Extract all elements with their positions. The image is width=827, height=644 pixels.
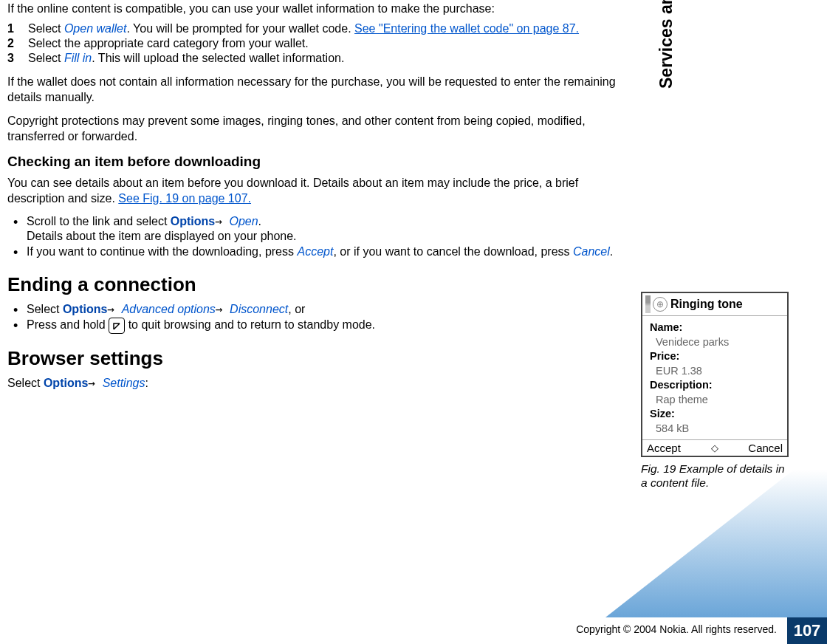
checking-intro-text: You can see details about an item before… — [7, 177, 578, 205]
phone-titlebar: ⊕ Ringing tone — [642, 293, 787, 316]
wallet-code-link[interactable]: See "Entering the wallet code" on page 8… — [354, 22, 579, 35]
eb2-before: Press and hold — [27, 318, 109, 331]
intro-text: If the online content is compatible, you… — [7, 1, 635, 17]
side-tab-wrapper: Services and Applications — [796, 0, 827, 644]
step-number: 1 — [7, 21, 14, 36]
cancel-softkey[interactable]: Cancel — [748, 442, 783, 454]
cb1-after: . — [258, 215, 261, 227]
arrow-icon: → — [107, 302, 121, 316]
step1-before: Select — [28, 22, 64, 35]
accept-softkey[interactable]: Accept — [647, 442, 681, 454]
step-number: 3 — [7, 51, 14, 66]
phone-screenshot: ⊕ Ringing tone Name: Venidece parks Pric… — [641, 292, 789, 457]
cb1-before: Scroll to the link and select — [27, 215, 171, 227]
checking-heading: Checking an item before downloading — [7, 154, 635, 170]
figure-19: ⊕ Ringing tone Name: Venidece parks Pric… — [641, 292, 792, 490]
globe-icon: ⊕ — [653, 297, 668, 312]
size-value: 584 kB — [650, 422, 783, 436]
description-label: Description: — [650, 379, 713, 391]
step1-after: . You will be prompted for your wallet c… — [126, 22, 354, 35]
phone-body: Name: Venidece parks Price: EUR 1.38 Des… — [642, 316, 787, 439]
eb1-before: Select — [27, 303, 63, 315]
nav-diamond-icon: ◇ — [711, 442, 718, 453]
cb2-after: . — [610, 245, 613, 258]
wallet-note: If the wallet does not contain all infor… — [7, 75, 635, 106]
step-number: 2 — [7, 36, 14, 51]
step-2: 2 Select the appropriate card category f… — [7, 36, 635, 51]
eb2-after: to quit browsing and to return to standb… — [125, 318, 375, 331]
fill-in-action: Fill in — [64, 52, 92, 64]
name-label: Name: — [650, 321, 682, 333]
cb2-before: If you want to continue with the downloa… — [27, 245, 297, 258]
options-label: Options — [63, 303, 107, 315]
browser-line: Select Options→ Settings: — [7, 376, 635, 391]
checking-bullet-1: Scroll to the link and select Options→ O… — [10, 214, 635, 245]
checking-intro: You can see details about an item before… — [7, 176, 635, 207]
decorative-gradient — [605, 470, 827, 617]
cancel-action: Cancel — [573, 245, 610, 258]
phone-softkeys: Accept ◇ Cancel — [642, 439, 787, 456]
cb2-mid: , or if you want to cancel the download,… — [333, 245, 573, 258]
options-label: Options — [44, 377, 88, 389]
arrow-icon: → — [88, 376, 102, 390]
step3-after: . This will upload the selected wallet i… — [92, 52, 344, 64]
description-value: Rap theme — [650, 393, 783, 408]
step-1: 1 Select Open wallet. You will be prompt… — [7, 21, 635, 36]
open-wallet-action: Open wallet — [64, 22, 127, 35]
signal-icon — [645, 295, 651, 313]
ending-heading: Ending a connection — [7, 273, 635, 296]
step-3: 3 Select Fill in. This will upload the s… — [7, 51, 635, 66]
fig-19-link[interactable]: See Fig. 19 on page 107. — [118, 192, 251, 205]
phone-title: Ringing tone — [670, 298, 743, 311]
options-label: Options — [171, 215, 215, 227]
browser-heading: Browser settings — [7, 347, 635, 370]
disconnect-action: Disconnect — [230, 303, 288, 315]
accept-action: Accept — [297, 245, 333, 258]
name-value: Venidece parks — [650, 335, 783, 350]
numbered-steps: 1 Select Open wallet. You will be prompt… — [7, 21, 635, 66]
end-key-icon — [109, 318, 125, 334]
ending-bullet-1: Select Options→ Advanced options→ Discon… — [10, 302, 635, 318]
section-side-tab: Services and Applications — [656, 0, 676, 89]
ending-bullet-2: Press and hold to quit browsing and to r… — [10, 318, 635, 334]
step3-before: Select — [28, 52, 64, 64]
arrow-icon: → — [215, 214, 229, 228]
advanced-options-action: Advanced options — [122, 303, 216, 315]
browser-before: Select — [7, 377, 44, 389]
price-value: EUR 1.38 — [650, 364, 783, 379]
page-number: 107 — [787, 617, 827, 644]
copyright-note: Copyright protections may prevent some i… — [7, 114, 635, 145]
size-label: Size: — [650, 408, 675, 419]
price-label: Price: — [650, 350, 679, 362]
copyright-footer: Copyright © 2004 Nokia. All rights reser… — [576, 623, 777, 635]
arrow-icon: → — [216, 302, 230, 316]
browser-after: : — [145, 377, 148, 389]
checking-bullets: Scroll to the link and select Options→ O… — [10, 214, 635, 260]
ending-bullets: Select Options→ Advanced options→ Discon… — [10, 302, 635, 334]
checking-bullet-2: If you want to continue with the downloa… — [10, 244, 635, 260]
step2-text: Select the appropriate card category fro… — [28, 37, 309, 49]
eb1-after: , or — [288, 303, 305, 315]
figure-caption: Fig. 19 Example of details in a content … — [641, 462, 792, 490]
cb1-line2: Details about the item are displayed on … — [27, 230, 297, 242]
settings-action: Settings — [103, 377, 145, 389]
open-action: Open — [229, 215, 258, 227]
